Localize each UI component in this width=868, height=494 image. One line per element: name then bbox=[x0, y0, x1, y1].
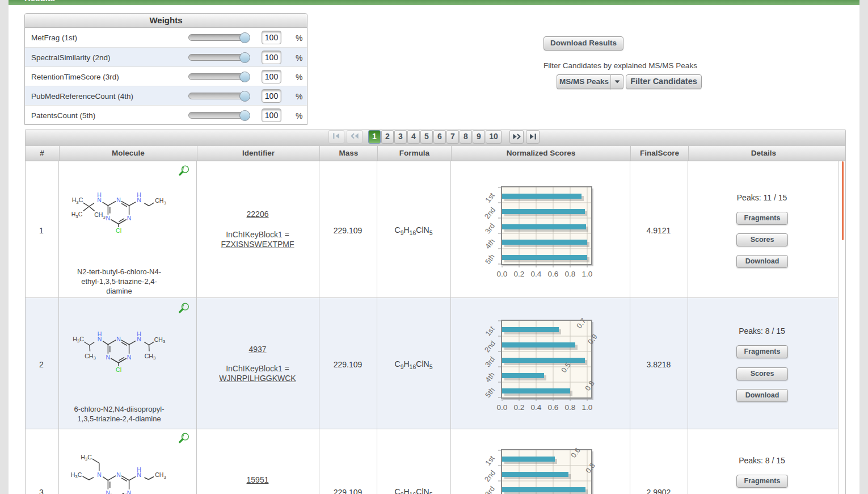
svg-text:4th: 4th bbox=[483, 237, 496, 250]
svg-text:1st: 1st bbox=[483, 454, 496, 467]
svg-text:1.0: 1.0 bbox=[582, 270, 593, 278]
svg-text:3rd: 3rd bbox=[483, 484, 496, 494]
svg-text:3rd: 3rd bbox=[483, 221, 496, 235]
svg-text:0.0: 0.0 bbox=[497, 270, 508, 278]
svg-text:0.2: 0.2 bbox=[514, 403, 525, 412]
svg-text:0.8: 0.8 bbox=[565, 403, 576, 412]
svg-text:2nd: 2nd bbox=[483, 468, 497, 483]
svg-text:0.8: 0.8 bbox=[565, 270, 576, 278]
svg-text:2nd: 2nd bbox=[483, 339, 497, 354]
svg-text:0.6: 0.6 bbox=[548, 270, 559, 278]
svg-text:1.0: 1.0 bbox=[582, 403, 593, 412]
svg-text:0.4: 0.4 bbox=[531, 270, 542, 278]
svg-text:0.2: 0.2 bbox=[514, 270, 525, 278]
svg-text:3rd: 3rd bbox=[483, 355, 496, 369]
svg-text:5th: 5th bbox=[483, 252, 496, 265]
svg-text:4th: 4th bbox=[483, 370, 496, 383]
svg-text:0.0: 0.0 bbox=[497, 403, 508, 412]
svg-text:5th: 5th bbox=[483, 386, 496, 399]
svg-text:1st: 1st bbox=[483, 324, 496, 337]
svg-text:2nd: 2nd bbox=[483, 206, 497, 220]
svg-text:0.4: 0.4 bbox=[531, 403, 542, 412]
svg-text:0.6: 0.6 bbox=[548, 403, 559, 412]
svg-text:1st: 1st bbox=[483, 191, 496, 204]
